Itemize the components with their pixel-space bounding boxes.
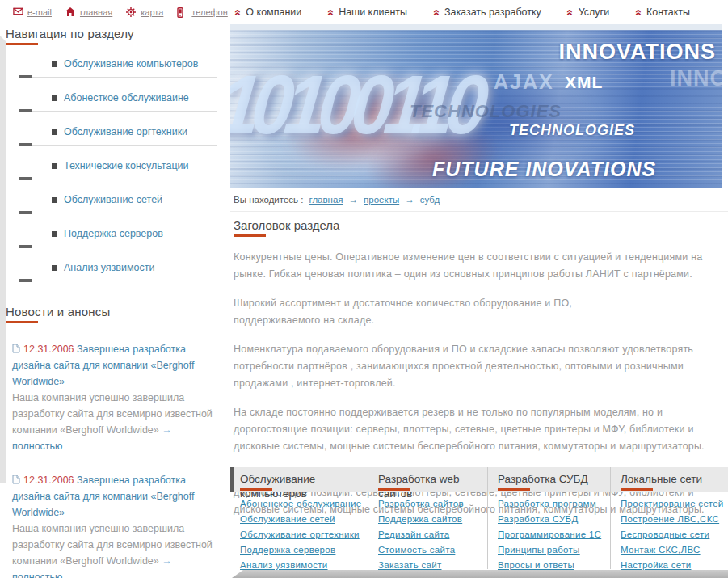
accent-bar bbox=[6, 321, 38, 323]
quick-link-label: e-mail bbox=[27, 7, 52, 17]
nav-item-label: Наши клиенты bbox=[339, 6, 407, 18]
footer-link[interactable]: Анализ уязвимости bbox=[240, 560, 368, 570]
footer-link[interactable]: Программирование 1С bbox=[498, 529, 610, 539]
chevrons-up-icon: « bbox=[234, 9, 242, 15]
sidebar-item-vulnerability[interactable]: Анализ уязвимости bbox=[6, 257, 229, 278]
news-body: Наша компания успешно завершила разработ… bbox=[12, 521, 221, 578]
sidebar-item-label: Поддержка серверов bbox=[64, 228, 163, 239]
quick-link-phone[interactable]: телефон bbox=[177, 7, 227, 18]
square-bullet-icon bbox=[52, 163, 57, 169]
news-body-text: Наша компания успешно завершила разработ… bbox=[12, 523, 213, 567]
square-bullet-icon bbox=[52, 197, 57, 203]
sidebar-item-label: Обслуживание сетей bbox=[64, 194, 162, 205]
footer-link[interactable]: Впросы и ответы bbox=[498, 560, 610, 570]
quick-link-home[interactable]: главная bbox=[65, 7, 112, 18]
footer-column-links: Разработка сайтов Поддержка сайтов Редиз… bbox=[368, 492, 487, 570]
accent-bar bbox=[6, 43, 38, 45]
paragraph: Номенклатура подаваемого оборудования и … bbox=[234, 341, 726, 392]
square-bullet-icon bbox=[52, 129, 57, 135]
paragraph: Широкий ассортимент и достаточное количе… bbox=[234, 295, 726, 329]
footer-column-links: Проектирование сетей Построение ЛВС,СКС … bbox=[611, 492, 728, 570]
divider bbox=[19, 111, 217, 114]
home-icon bbox=[65, 7, 76, 18]
footer-link[interactable]: Проектирование сетей bbox=[621, 499, 728, 508]
banner-text-future-inovations: FUTURE INOVATIONS bbox=[432, 158, 656, 181]
news-date: 12.31.2006 bbox=[23, 475, 74, 486]
footer-column-lan: Локальные сети Проектирование сетей Пост… bbox=[610, 467, 728, 569]
footer-column-title: Обслуживание компьютеров bbox=[240, 473, 315, 500]
sidebar-item-label: Абонесткое обслуживаине bbox=[64, 92, 189, 103]
chevrons-up-icon: « bbox=[432, 9, 440, 15]
sidebar-item-office-equipment[interactable]: Обслуживание оргтехники bbox=[6, 121, 229, 142]
sidebar-item-networks[interactable]: Обслуживание сетей bbox=[6, 189, 229, 210]
footer-link[interactable]: Разработка СУБД bbox=[498, 514, 610, 524]
quick-link-label: главная bbox=[80, 7, 112, 17]
page: e-mail главная карта телефон « О компани… bbox=[0, 0, 728, 578]
footer-column-links: Абоненское обслуживание Обслуживание сет… bbox=[230, 492, 368, 570]
footer-link[interactable]: Поддержка сайтов bbox=[378, 514, 487, 524]
square-bullet-icon bbox=[52, 61, 57, 67]
footer-link[interactable]: Беспроводные сети bbox=[621, 529, 728, 539]
footer-column-header: Разработка web сайтов bbox=[368, 467, 487, 492]
banner-text-technologies: TECHNOLOGIES bbox=[509, 122, 635, 139]
footer-column-header: Разработка СУБД bbox=[488, 467, 610, 492]
sidebar-item-servers[interactable]: Поддержка серверов bbox=[6, 223, 229, 244]
footer-column-header: Локальные сети bbox=[611, 467, 728, 492]
read-more-link[interactable]: полностью bbox=[12, 441, 62, 452]
accent-bar bbox=[498, 488, 530, 491]
breadcrumb-link-projects[interactable]: проекты bbox=[364, 195, 399, 205]
accent-bar bbox=[378, 488, 410, 491]
nav-item-label: О компании bbox=[246, 6, 301, 18]
sidebar-item-subscription[interactable]: Абонесткое обслуживаине bbox=[6, 87, 229, 108]
news-item: 12.31.2006 Завершена разработка дизайна … bbox=[6, 472, 229, 578]
square-bullet-icon bbox=[52, 231, 57, 237]
nav-item-contacts[interactable]: « Контакты bbox=[636, 6, 690, 18]
news-body-text: Наша компания успешно завершила разработ… bbox=[12, 392, 213, 436]
sidebar-menu: Обслуживание компьютеров Абонесткое обсл… bbox=[6, 53, 229, 284]
footer-column-computers: Обслуживание компьютеров Абоненское обсл… bbox=[230, 467, 368, 569]
footer-column-web: Разработка web сайтов Разработка сайтов … bbox=[368, 467, 487, 569]
nav-item-label: Контакты bbox=[646, 6, 690, 18]
breadcrumb: Вы находитесь : главная → проекты → субд bbox=[230, 188, 728, 212]
sidebar-item-label: Обслуживание оргтехники bbox=[64, 126, 187, 137]
footer-link[interactable]: Поддержка серверов bbox=[240, 545, 368, 555]
footer-link[interactable]: Заказать сайт bbox=[378, 560, 487, 570]
quick-link-email[interactable]: e-mail bbox=[13, 7, 52, 18]
quick-links: e-mail главная карта телефон bbox=[13, 0, 228, 24]
footer-link[interactable]: Построение ЛВС,СКС bbox=[621, 514, 728, 524]
divider bbox=[19, 145, 217, 148]
breadcrumb-link-home[interactable]: главная bbox=[309, 195, 343, 205]
sidebar-item-consulting[interactable]: Технические консультации bbox=[6, 155, 229, 176]
news-body: Наша компания успешно завершила разработ… bbox=[12, 390, 221, 454]
paragraph: Конкурентные цены. Оперативное изменение… bbox=[234, 249, 726, 283]
footer-link[interactable]: Монтаж СКС,ЛВС bbox=[621, 545, 728, 555]
nav-item-clients[interactable]: « Наши клиенты bbox=[328, 6, 407, 18]
arrow-right-icon: → bbox=[162, 555, 172, 567]
top-nav: « О компании « Наши клиенты « Заказать р… bbox=[230, 0, 722, 24]
quick-link-label: телефон bbox=[191, 7, 227, 17]
footer-link[interactable]: Принципы работы bbox=[498, 545, 610, 555]
banner-image: 10100110 INNOVATIONS INNOVATIONS AJAX XM… bbox=[230, 30, 722, 188]
nav-item-about[interactable]: « О компании bbox=[235, 6, 301, 18]
footer-link[interactable]: Обслуживание сетей bbox=[240, 514, 368, 524]
footer-link[interactable]: Настройка сети bbox=[621, 560, 728, 570]
footer-dark-bar bbox=[230, 467, 234, 492]
breadcrumb-label: Вы находитесь : bbox=[234, 195, 303, 205]
sidebar-item-computers[interactable]: Обслуживание компьютеров bbox=[6, 53, 229, 74]
sidebar-item-label: Анализ уязвимости bbox=[64, 262, 154, 273]
nav-item-order[interactable]: « Заказать разработку bbox=[434, 6, 541, 18]
read-more-link[interactable]: полностью bbox=[12, 572, 62, 578]
banner-text-innovations: INNOVATIONS bbox=[558, 40, 716, 65]
footer-link[interactable]: Стоимость сайта bbox=[378, 545, 487, 555]
nav-item-services[interactable]: « Услуги bbox=[567, 6, 609, 18]
footer-link-columns: Обслуживание компьютеров Абоненское обсл… bbox=[230, 467, 728, 569]
accent-bar bbox=[234, 234, 266, 237]
news-item: 12.31.2006 Завершена разработка дизайна … bbox=[6, 341, 229, 454]
news-title: Новости и анонсы bbox=[6, 305, 229, 319]
footer-link[interactable]: Обслуживание оргтехники bbox=[240, 529, 368, 539]
footer-link[interactable]: Разработка программ bbox=[498, 499, 610, 508]
footer-link[interactable]: Редизайн сайта bbox=[378, 529, 487, 539]
footer-column-title: Разработка СУБД bbox=[498, 473, 588, 485]
nav-item-label: Заказать разработку bbox=[444, 6, 541, 18]
quick-link-map[interactable]: карта bbox=[126, 7, 163, 18]
